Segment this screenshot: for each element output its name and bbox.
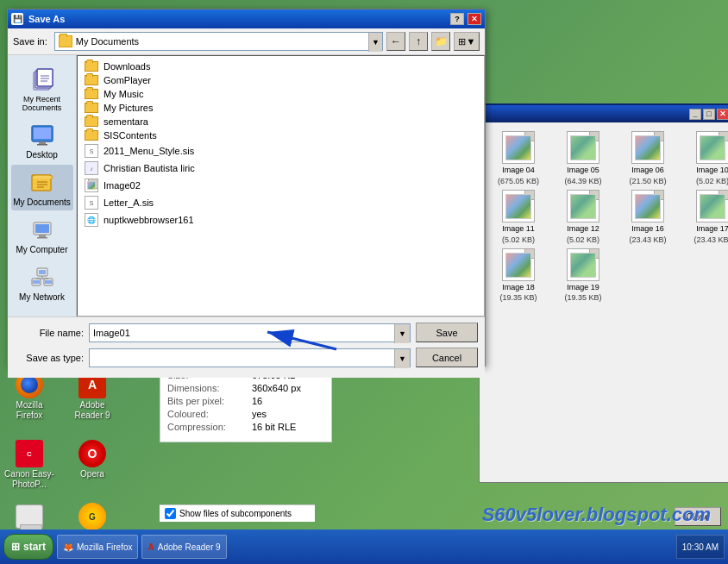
dialog-icon: 💾 <box>11 13 23 25</box>
list-item[interactable]: ♪ Christian Bautista liric <box>81 160 480 177</box>
bottom-area: File name: Image01 ▼ Save Save as type: … <box>8 316 485 378</box>
sidebar-item-network[interactable]: My Network <box>11 260 73 305</box>
list-item[interactable]: My Pictures <box>81 101 480 115</box>
computer-icon <box>28 216 56 243</box>
filename-row: File name: Image01 ▼ Save <box>15 323 478 342</box>
filename-arrow[interactable]: ▼ <box>394 324 410 343</box>
desktop-icon-canon-easy[interactable]: C Canon Easy-PhotoP... <box>2 440 57 490</box>
sis-icon-menu-style: S <box>85 144 98 158</box>
sidebar: My Recent Documents Desktop <box>8 55 77 316</box>
view-btn[interactable]: ⊞ ▼ <box>454 32 480 51</box>
info-compression-label: Compression: <box>167 422 245 432</box>
bg-file-16-size: (23.43 KB) <box>629 235 666 244</box>
main-area: My Recent Documents Desktop <box>8 55 485 316</box>
svg-rect-17 <box>37 237 47 239</box>
bg-file-10-size: (5.02 KB) <box>696 177 728 185</box>
list-item[interactable]: GomPlayer <box>81 73 480 87</box>
bg-file-11[interactable]: Image 11 (5.02 KB) <box>488 190 549 244</box>
canon-printer-icon <box>16 503 43 530</box>
info-dimensions-value: 360x640 px <box>252 383 301 393</box>
info-compression-row: Compression: 16 bit RLE <box>167 422 324 432</box>
list-item[interactable]: S 2011_Menu_Style.sis <box>81 142 480 160</box>
adobe-label: Adobe Reader 9 <box>65 400 120 421</box>
bg-file-17[interactable]: Image 17 (23.43 KB) <box>682 190 728 244</box>
desktop-icon-adobe[interactable]: A Adobe Reader 9 <box>65 371 120 421</box>
bg-file-12-label: Image 12 <box>567 224 599 234</box>
filename-input[interactable]: Image01 ▼ <box>89 323 411 342</box>
svg-rect-2 <box>37 69 53 86</box>
back-btn[interactable]: ← <box>386 32 405 51</box>
filename-value: Image01 <box>93 328 130 338</box>
bg-maximize-btn[interactable]: □ <box>703 109 715 120</box>
desktop-label: Desktop <box>26 150 58 160</box>
file-icon-bautista: ♪ <box>85 161 98 175</box>
svg-rect-7 <box>34 128 51 139</box>
taskbar-item-firefox[interactable]: 🦊 Mozilla Firefox <box>57 535 138 559</box>
svg-rect-21 <box>33 280 40 284</box>
bg-file-05-label: Image 05 <box>567 166 599 175</box>
show-files-row: Show files of subcomponents <box>160 504 315 522</box>
desktop-icon-firefox[interactable]: Mozilla Firefox <box>2 371 57 421</box>
list-item[interactable]: SISContents <box>81 128 480 142</box>
bg-file-11-size: (5.02 KB) <box>502 235 535 244</box>
cancel-button[interactable]: Cancel <box>416 348 478 367</box>
background-window: _ □ ✕ Image 04 (675.05 KB) Image 05 (64.… <box>479 103 728 483</box>
svg-rect-9 <box>37 144 47 146</box>
close-dialog-btn[interactable]: Close <box>675 507 721 526</box>
info-coloured-label: Coloured: <box>167 409 245 419</box>
file-name-nuptk: nuptkwebbrowser161 <box>104 215 194 225</box>
desktop-icon-opera[interactable]: O Opera <box>65 440 120 479</box>
bg-file-10-label: Image 10 <box>696 166 728 175</box>
bg-file-16-label: Image 16 <box>631 224 664 234</box>
folder-icon-mypictures <box>85 103 98 113</box>
exe-icon-nuptk: 🌐 <box>85 213 98 227</box>
up-btn[interactable]: ↑ <box>409 32 428 51</box>
bg-file-12[interactable]: Image 12 (5.02 KB) <box>553 190 613 244</box>
savetype-input[interactable]: ▼ <box>89 348 411 367</box>
new-folder-btn[interactable]: 📁 <box>431 32 450 51</box>
show-files-label: Show files of subcomponents <box>179 509 292 518</box>
bg-file-19[interactable]: Image 19 (19.35 KB) <box>553 248 613 303</box>
bg-file-10[interactable]: Image 10 (5.02 KB) <box>682 131 728 185</box>
bg-file-19-size: (19.35 KB) <box>564 293 601 302</box>
sidebar-item-recent[interactable]: My Recent Documents <box>11 62 73 116</box>
desktop-icon-side <box>28 121 56 148</box>
save-button[interactable]: Save <box>416 323 478 342</box>
bg-file-06-label: Image 06 <box>631 166 664 175</box>
list-item[interactable]: sementara <box>81 115 480 128</box>
recent-icon <box>28 66 56 93</box>
location-combo-arrow[interactable]: ▼ <box>368 33 382 52</box>
firefox-label: Mozilla Firefox <box>2 400 57 421</box>
bg-file-16[interactable]: Image 16 (23.43 KB) <box>618 190 678 244</box>
location-combo[interactable]: My Documents ▼ <box>54 32 383 51</box>
file-list[interactable]: Downloads GomPlayer My Music My Pictures… <box>77 55 485 316</box>
bg-file-05-size: (64.39 KB) <box>564 177 601 185</box>
save-as-dialog: 💾 Save As ? ✕ Save in: My Documents ▼ ← … <box>7 9 486 367</box>
list-item[interactable]: S Letter_A.sis <box>81 194 480 211</box>
sidebar-item-documents[interactable]: My Documents <box>11 165 73 210</box>
taskbar: ⊞ start 🦊 Mozilla Firefox A Adobe Reader… <box>0 530 728 564</box>
sidebar-item-desktop[interactable]: Desktop <box>11 117 73 163</box>
list-item[interactable]: 🌐 nuptkwebbrowser161 <box>81 211 480 229</box>
taskbar-item-adobe[interactable]: A Adobe Reader 9 <box>141 535 226 559</box>
file-name-mypictures: My Pictures <box>104 103 153 113</box>
savetype-arrow[interactable]: ▼ <box>394 349 410 368</box>
dialog-titlebar: 💾 Save As ? ✕ <box>8 9 485 28</box>
bg-file-18[interactable]: Image 18 (19.35 KB) <box>488 248 549 303</box>
bg-close-btn[interactable]: ✕ <box>717 109 728 120</box>
bg-file-06[interactable]: Image 06 (21.50 KB) <box>618 131 678 185</box>
bg-file-12-size: (5.02 KB) <box>567 235 599 244</box>
dialog-close-btn[interactable]: ✕ <box>468 13 481 25</box>
show-files-checkbox[interactable] <box>165 508 176 519</box>
list-item[interactable]: Downloads <box>81 60 480 73</box>
list-item[interactable]: My Music <box>81 87 480 101</box>
start-button[interactable]: ⊞ start <box>3 534 53 560</box>
folder-icon-mymusic <box>85 89 98 99</box>
sidebar-item-computer[interactable]: My Computer <box>11 212 73 258</box>
list-item[interactable]: Image02 <box>81 177 480 194</box>
system-clock: 10:30 AM <box>676 535 725 559</box>
bg-minimize-btn[interactable]: _ <box>689 109 701 120</box>
dialog-help-btn[interactable]: ? <box>450 13 464 25</box>
bg-file-05[interactable]: Image 05 (64.39 KB) <box>553 131 613 185</box>
bg-file-04[interactable]: Image 04 (675.05 KB) <box>488 131 549 185</box>
